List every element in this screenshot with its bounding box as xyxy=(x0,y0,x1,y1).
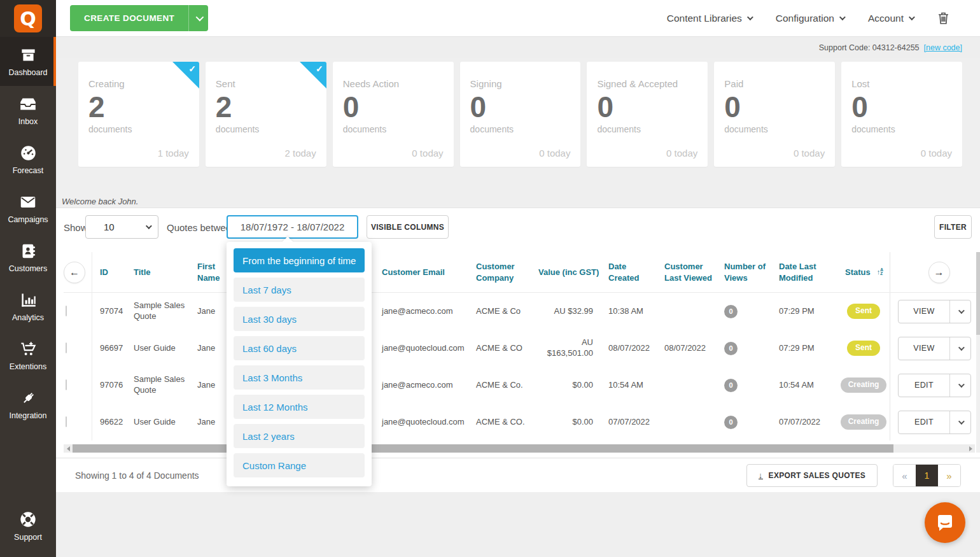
header-date-last-modified[interactable]: Date Last Modified xyxy=(771,261,837,283)
dropdown-option[interactable]: Last 2 years xyxy=(234,424,365,448)
pagination-current-page[interactable]: 1 xyxy=(916,465,938,486)
row-action-label[interactable]: EDIT xyxy=(899,374,949,397)
header-status[interactable]: Status ↑ AZ xyxy=(837,267,890,278)
table-row: 97074Sample Sales QuoteJanejane@acmeco.c… xyxy=(64,293,980,330)
create-document-caret[interactable] xyxy=(188,5,208,31)
dropdown-option[interactable]: Last 3 Months xyxy=(234,365,365,390)
card-unit: documents xyxy=(724,124,825,134)
export-sales-quotes-button[interactable]: ↓ EXPORT SALES QUOTES xyxy=(746,464,878,487)
cell-value: AU $163,501.00 xyxy=(531,337,601,359)
row-checkbox[interactable] xyxy=(66,416,67,427)
row-action-button[interactable]: VIEW xyxy=(898,300,971,323)
nav-account-label: Account xyxy=(868,13,904,24)
status-cards: ✓Creating2documents1 today✓Sent2document… xyxy=(56,62,980,167)
vertical-scrollbar-thumb[interactable] xyxy=(976,252,980,335)
visible-columns-button[interactable]: VISIBLE COLUMNS xyxy=(367,215,449,239)
vertical-scrollbar[interactable] xyxy=(976,252,980,453)
sort-az-icon[interactable]: ↑ AZ xyxy=(877,267,883,277)
status-card-signing[interactable]: Signing0documents0 today xyxy=(460,62,581,167)
sidebar-item-dashboard[interactable]: Dashboard xyxy=(0,37,56,86)
sidebar-item-inbox[interactable]: Inbox xyxy=(0,86,56,135)
sidebar-item-label: Customers xyxy=(9,264,47,273)
header-number-of-views[interactable]: Number of Views xyxy=(717,261,771,283)
scrollbar-left-arrow-icon[interactable] xyxy=(64,446,73,451)
status-badge: Sent xyxy=(847,341,880,356)
create-document-button[interactable]: CREATE DOCUMENT xyxy=(70,5,208,31)
status-card-signed-accepted[interactable]: Signed & Accepted0documents0 today xyxy=(587,62,708,167)
scroll-columns-right-button[interactable]: → xyxy=(928,262,950,283)
create-document-label[interactable]: CREATE DOCUMENT xyxy=(70,5,188,31)
dropdown-option[interactable]: Last 60 days xyxy=(234,336,365,360)
filter-button[interactable]: FILTER xyxy=(934,215,972,239)
pagination-prev-button[interactable]: « xyxy=(893,465,916,486)
row-action-label[interactable]: EDIT xyxy=(899,411,949,434)
pagination-next-button[interactable]: » xyxy=(938,465,960,486)
dropdown-option-selected[interactable]: From the beginning of time xyxy=(234,248,365,272)
row-action-caret[interactable] xyxy=(949,300,970,323)
horizontal-scrollbar[interactable] xyxy=(64,444,975,453)
sidebar-item-integration[interactable]: Integration xyxy=(0,380,56,429)
cell-title: Sample Sales Quote xyxy=(126,374,190,396)
contacts-icon xyxy=(20,243,37,260)
pagination: « 1 » xyxy=(893,464,961,487)
row-action-caret[interactable] xyxy=(949,411,970,434)
show-select[interactable]: 10 xyxy=(85,215,158,239)
status-card-sent[interactable]: ✓Sent2documents2 today xyxy=(206,62,326,167)
row-action-button[interactable]: VIEW xyxy=(898,337,971,360)
row-action-button[interactable]: EDIT xyxy=(898,411,971,434)
sidebar-item-customers[interactable]: Customers xyxy=(0,233,56,282)
header-title[interactable]: Title xyxy=(126,267,190,278)
dropdown-option[interactable]: Custom Range xyxy=(234,453,365,477)
scrollbar-right-arrow-icon[interactable] xyxy=(966,446,975,451)
header-date-created[interactable]: Date Created xyxy=(601,261,657,283)
status-card-paid[interactable]: Paid0documents0 today xyxy=(714,62,835,167)
row-checkbox[interactable] xyxy=(66,342,67,353)
date-range-input[interactable] xyxy=(227,215,358,239)
status-card-creating[interactable]: ✓Creating2documents1 today xyxy=(78,62,199,167)
sidebar-item-label: Campaigns xyxy=(8,215,48,224)
row-action-label[interactable]: VIEW xyxy=(899,337,949,360)
dropdown-option[interactable]: Last 30 days xyxy=(234,307,365,331)
row-action-caret[interactable] xyxy=(949,374,970,397)
quotecloud-logo-icon[interactable]: Q xyxy=(14,4,42,32)
card-count: 0 xyxy=(851,90,952,124)
sidebar-item-forecast[interactable]: Forecast xyxy=(0,135,56,184)
nav-configuration-label: Configuration xyxy=(776,13,834,24)
status-card-lost[interactable]: Lost0documents0 today xyxy=(841,62,962,167)
row-action-caret[interactable] xyxy=(949,337,970,360)
row-action-button[interactable]: EDIT xyxy=(898,374,971,397)
status-card-needs-action[interactable]: Needs Action0documents0 today xyxy=(333,62,454,167)
chat-launcher-icon[interactable] xyxy=(925,502,965,543)
card-count: 0 xyxy=(343,90,444,124)
cell-first-name: Jane xyxy=(190,380,229,391)
nav-content-libraries[interactable]: Content Libraries xyxy=(667,13,752,24)
sidebar-item-extentions[interactable]: Extentions xyxy=(0,331,56,380)
row-checkbox[interactable] xyxy=(66,306,67,316)
status-badge: Sent xyxy=(847,304,880,319)
row-checkbox[interactable] xyxy=(66,379,67,390)
nav-configuration[interactable]: Configuration xyxy=(776,13,844,24)
header-id[interactable]: ID xyxy=(92,252,126,292)
scroll-columns-left-button[interactable]: ← xyxy=(64,262,85,283)
dropdown-option[interactable]: Last 12 Months xyxy=(234,395,365,419)
trash-icon[interactable] xyxy=(937,11,949,25)
header-customer-last-viewed[interactable]: Customer Last Viewed xyxy=(657,261,717,283)
sidebar-item-support[interactable]: Support xyxy=(0,502,56,551)
cell-date-created: 08/07/2022 xyxy=(601,343,657,354)
cart-plus-icon xyxy=(19,341,37,358)
header-customer-email[interactable]: Customer Email xyxy=(374,267,468,278)
row-action-label[interactable]: VIEW xyxy=(899,300,949,323)
cell-title: User Guide xyxy=(126,417,190,428)
horizontal-scrollbar-thumb[interactable] xyxy=(73,444,893,453)
sidebar-item-campaigns[interactable]: Campaigns xyxy=(0,184,56,233)
chevron-down-icon xyxy=(146,223,152,229)
check-icon: ✓ xyxy=(188,64,196,74)
header-customer-company[interactable]: Customer Company xyxy=(468,261,531,283)
nav-account[interactable]: Account xyxy=(868,13,913,24)
header-first-name[interactable]: First Name xyxy=(190,261,229,283)
table-row: 97076Sample Sales QuoteJanejane@acmeco.c… xyxy=(64,367,980,404)
dropdown-option[interactable]: Last 7 days xyxy=(234,278,365,302)
header-value[interactable]: Value (inc GST) xyxy=(531,267,601,278)
sidebar-item-analytics[interactable]: Analytics xyxy=(0,282,56,331)
new-code-link[interactable]: [new code] xyxy=(924,43,962,52)
